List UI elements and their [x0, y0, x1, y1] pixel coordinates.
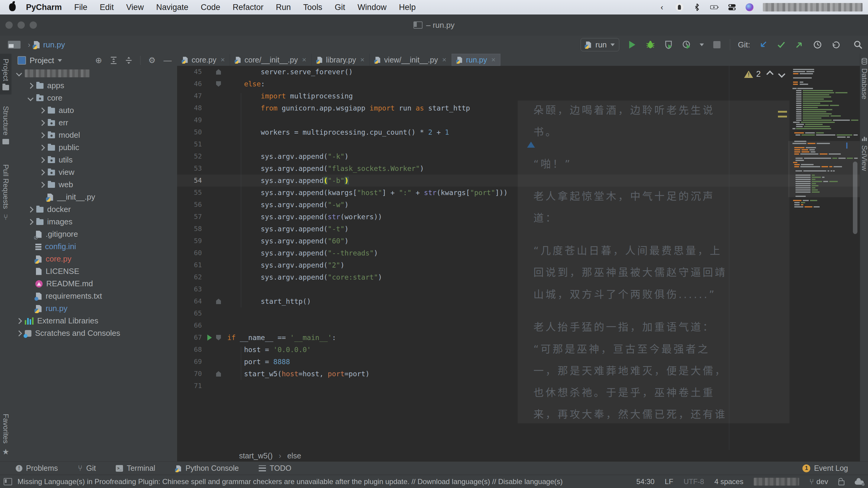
inspections-widget[interactable]: 2	[744, 69, 784, 79]
fold-marker-icon[interactable]	[216, 371, 221, 377]
tree-row-config.ini[interactable]: config.ini	[11, 240, 177, 253]
menu-item-help[interactable]: Help	[399, 3, 416, 12]
tree-row-web[interactable]: web	[11, 178, 177, 191]
menu-item-window[interactable]: Window	[358, 3, 386, 12]
menu-item-edit[interactable]: Edit	[100, 3, 114, 12]
breadcrumb-function[interactable]: start_w5()	[239, 452, 273, 460]
editor-scrollbar-thumb[interactable]	[853, 162, 858, 234]
git-push-button[interactable]	[794, 39, 805, 50]
run-with-coverage-button[interactable]	[663, 39, 674, 50]
chevron-left-icon[interactable]: ‹	[658, 3, 666, 11]
fold-marker-icon[interactable]	[216, 81, 221, 87]
menu-item-tools[interactable]: Tools	[303, 3, 322, 12]
stripe-tab-database[interactable]: Database	[860, 54, 868, 99]
bluetooth-icon[interactable]	[693, 3, 701, 11]
tree-row-core[interactable]: core	[11, 92, 177, 104]
stripe-tab-sciview[interactable]: SciView	[860, 136, 868, 171]
project-view-selector[interactable]: Project	[30, 56, 54, 65]
app-status-icon[interactable]	[675, 3, 684, 11]
editor-tab-run-py[interactable]: run.py×	[452, 54, 501, 66]
locate-file-button[interactable]: ⊕	[95, 56, 102, 65]
chevron-right-icon[interactable]	[16, 318, 22, 324]
menu-item-code[interactable]: Code	[201, 3, 220, 12]
tree-row-run.py[interactable]: run.py	[11, 302, 177, 315]
breadcrumb-file[interactable]: run.py	[34, 40, 65, 50]
siri-icon[interactable]	[745, 3, 754, 11]
chevron-down-icon[interactable]	[28, 95, 34, 101]
menu-item-run[interactable]: Run	[276, 3, 291, 12]
tree-row-utils[interactable]: utils	[11, 154, 177, 166]
close-tab-icon[interactable]: ×	[302, 56, 306, 64]
stripe-tab-favorites[interactable]: Favorites ★	[0, 414, 11, 457]
editor-tab-view-init-py[interactable]: view/__init__.py×	[370, 54, 452, 66]
menu-item-refactor[interactable]: Refactor	[233, 3, 264, 12]
editor-tab-core-py[interactable]: core.py×	[177, 54, 230, 66]
control-center-icon[interactable]	[728, 3, 736, 11]
git-branch-widget[interactable]: ⑂ dev	[809, 477, 828, 487]
tree-row-public[interactable]: public	[11, 141, 177, 154]
chevron-right-icon[interactable]	[39, 120, 45, 126]
tree-row-LICENSE[interactable]: LICENSE	[11, 265, 177, 278]
breadcrumb-block[interactable]: else	[287, 452, 301, 460]
code-line-47[interactable]: 47 import multiprocessing	[177, 90, 860, 102]
menu-item-git[interactable]: Git	[335, 3, 345, 12]
tree-row-core.py[interactable]: core.py	[11, 253, 177, 265]
project-root-icon[interactable]	[8, 41, 21, 48]
menu-item-view[interactable]: View	[126, 3, 144, 12]
tool-window-button-terminal[interactable]: >_Terminal	[116, 464, 155, 473]
previous-warning-button[interactable]	[767, 70, 774, 77]
tree-row-apps[interactable]: apps	[11, 79, 177, 92]
close-tab-icon[interactable]: ×	[491, 56, 496, 64]
close-tab-icon[interactable]: ×	[360, 56, 365, 64]
tree-row-project-root[interactable]	[11, 67, 177, 79]
tool-window-button-python-console[interactable]: Python Console	[175, 464, 239, 473]
tree-row-README.md[interactable]: README.md	[11, 278, 177, 290]
tree-row-__init__.py[interactable]: __init__.py	[11, 191, 177, 203]
profiler-button[interactable]	[682, 39, 692, 50]
tree-row-model[interactable]: model	[11, 129, 177, 141]
tree-row-requirements.txt[interactable]: requirements.txt	[11, 290, 177, 302]
tree-row-auto[interactable]: auto	[11, 104, 177, 117]
tool-window-button-git[interactable]: ⑂Git	[78, 463, 96, 473]
minimize-window-button[interactable]	[18, 22, 25, 29]
run-line-icon[interactable]	[207, 334, 212, 340]
editor-tab-library-py[interactable]: library.py×	[312, 54, 370, 66]
close-tab-icon[interactable]: ×	[442, 56, 446, 64]
menu-item-file[interactable]: File	[74, 3, 88, 12]
debug-button[interactable]	[645, 39, 655, 50]
search-everywhere-icon[interactable]	[853, 39, 863, 50]
chevron-right-icon[interactable]	[39, 144, 45, 151]
tree-row-err[interactable]: err	[11, 117, 177, 129]
fold-marker-icon[interactable]	[216, 69, 221, 74]
history-button[interactable]	[812, 39, 823, 50]
window-title-bar[interactable]: – run.py	[0, 14, 868, 36]
menu-item-pycharm[interactable]: PyCharm	[26, 3, 62, 12]
fold-marker-icon[interactable]	[216, 299, 221, 304]
indent-setting[interactable]: 4 spaces	[714, 478, 743, 486]
line-ending[interactable]: LF	[665, 478, 673, 486]
chevron-right-icon[interactable]	[39, 157, 45, 163]
layout-icon[interactable]	[4, 478, 12, 485]
tree-row-view[interactable]: view	[11, 166, 177, 178]
chevron-right-icon[interactable]	[28, 206, 34, 213]
expand-all-button[interactable]	[110, 57, 117, 64]
file-encoding[interactable]: UTF-8	[684, 478, 704, 486]
tree-row-images[interactable]: images	[11, 216, 177, 228]
git-update-button[interactable]	[758, 39, 768, 50]
editor-tab-core-init-py[interactable]: core/__init__.py×	[230, 54, 312, 66]
tree-row-External Libraries[interactable]: External Libraries	[11, 315, 177, 327]
code-editor[interactable]: 45 server.serve_forever()46 else:47 impo…	[177, 66, 860, 450]
status-message[interactable]: Missing Language(s) in Proofreading Plug…	[18, 478, 563, 486]
run-configuration-select[interactable]: run	[581, 38, 619, 51]
rollback-button[interactable]	[831, 39, 841, 50]
git-commit-button[interactable]	[776, 39, 786, 50]
tree-row-docker[interactable]: docker	[11, 203, 177, 216]
stripe-tab-structure[interactable]: Structure	[0, 106, 11, 144]
chevron-right-icon[interactable]	[39, 182, 45, 188]
collapse-all-button[interactable]	[125, 57, 132, 64]
stripe-tab-pull-requests[interactable]: Pull Requests ⑂	[0, 164, 11, 222]
stripe-tab-project[interactable]: Project	[0, 54, 11, 95]
settings-gear-icon[interactable]: ⚙	[148, 56, 156, 65]
tree-row-.gitignore[interactable]: ⊘.gitignore	[11, 228, 177, 240]
apple-menu-icon[interactable]	[9, 3, 16, 11]
